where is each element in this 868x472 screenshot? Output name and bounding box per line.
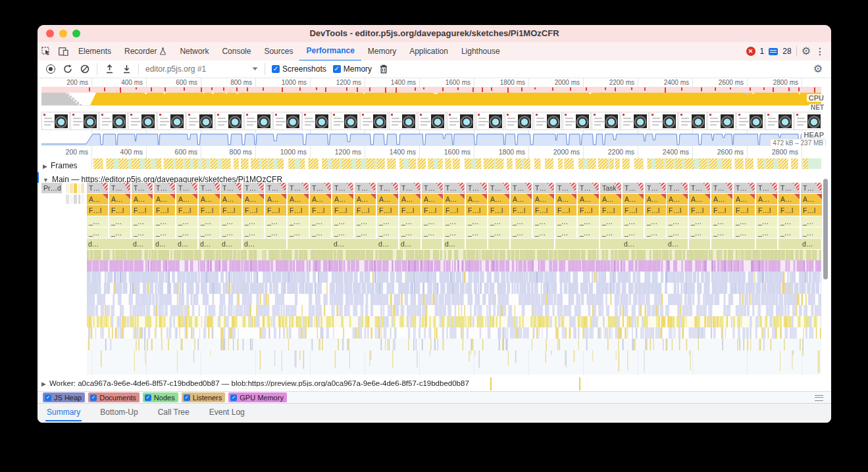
flame-event-task[interactable]: T… [488,183,509,193]
flame-event-task[interactable]: T… [689,183,710,193]
flame-event-draw[interactable]: d… [200,240,211,248]
flame-event-function-call[interactable]: F…l [243,205,264,216]
flame-event-function-call[interactable]: F…l [801,205,822,216]
flame-event-js-frame[interactable]: _… [109,227,130,238]
flame-event-task[interactable]: T… [332,183,353,193]
flame-event-draw[interactable]: d… [244,240,255,248]
flame-event-js-frame[interactable]: _… [756,216,777,227]
worker-activity-tick[interactable] [490,377,492,390]
flame-event-js-frame[interactable]: _… [154,216,175,227]
frames-track[interactable]: ▶Frames [38,158,831,170]
flame-event-task[interactable]: T… [779,183,800,193]
flame-event-js-frame[interactable]: _… [488,216,509,227]
flame-event-animation-frame[interactable]: A… [355,194,376,204]
flame-event-function-call[interactable]: F…l [265,205,286,216]
flame-event-task[interactable]: T… [132,183,153,193]
settings-gear-icon[interactable]: ⚙ [802,46,811,57]
flame-event-js-frame[interactable]: _… [578,216,599,227]
memory-checkbox[interactable]: ✓Memory [333,64,372,74]
checkbox-checked-icon[interactable]: ✓ [90,394,97,401]
flame-event-animation-frame[interactable]: A… [154,194,175,204]
flame-event-function-call[interactable]: F…l [511,205,532,216]
flame-sliver[interactable] [81,195,84,204]
flame-event-js-frame[interactable]: _… [801,227,822,238]
flame-event-draw[interactable]: d… [401,240,411,248]
flame-event-function-call[interactable]: F…l [779,205,800,216]
tab-memory[interactable]: Memory [361,43,403,60]
legend-gpu-memory[interactable]: ✓GPU Memory [228,392,287,402]
flame-event-js-frame[interactable]: _… [176,216,197,227]
legend-js-heap[interactable]: ✓JS Heap [43,392,85,402]
record-button[interactable] [45,64,56,74]
heap-overview-chart[interactable] [41,131,821,146]
flame-event-task[interactable]: T… [109,183,130,193]
flame-event-function-call[interactable]: F…l [756,205,777,216]
flame-event-js-frame[interactable]: _… [87,216,108,227]
flame-event-animation-frame[interactable]: A… [555,194,576,204]
flame-event-function-call[interactable]: F…l [533,205,554,216]
flame-event-js-frame[interactable]: _… [355,227,376,238]
flame-event-task[interactable]: T… [711,183,732,193]
flame-event-draw[interactable]: d… [334,240,344,248]
error-badge-icon[interactable]: ✕ [746,47,755,56]
flame-event-js-frame[interactable]: _… [199,227,220,238]
tab-elements[interactable]: Elements [72,43,118,60]
flame-event-animation-frame[interactable]: A… [801,194,822,204]
flame-event-draw[interactable]: d… [624,240,634,248]
flame-event-js-frame[interactable]: _… [132,227,153,238]
flame-texture-row[interactable] [87,250,821,260]
flame-event-animation-frame[interactable]: A… [756,194,777,204]
flame-event-animation-frame[interactable]: A… [444,194,465,204]
flame-event-function-call[interactable]: F…l [645,205,666,216]
flame-event-function-call[interactable]: F…l [667,205,688,216]
checkbox-checked-icon[interactable]: ✓ [145,394,151,401]
flame-event-draw[interactable]: d… [802,240,813,248]
flame-event-function-call[interactable]: F…l [734,205,755,216]
screenshot-thumbnail[interactable] [678,112,707,130]
flame-event-profiling-overhead[interactable]: Pr…d [41,183,62,193]
flame-event-js-frame[interactable]: _… [220,227,242,238]
flame-event-js-frame[interactable]: _… [533,216,554,227]
flame-event-animation-frame[interactable]: A… [109,194,130,204]
flame-event-task[interactable]: T… [220,183,242,193]
legend-listeners[interactable]: ✓Listeners [182,392,226,402]
flame-event-js-frame[interactable]: _… [623,227,644,238]
flame-event-js-frame[interactable]: _… [377,227,398,238]
flame-sliver[interactable] [66,195,69,204]
flame-event-js-frame[interactable]: _… [555,216,576,227]
flame-event-js-frame[interactable]: _… [645,227,666,238]
screenshot-thumbnail[interactable] [563,112,591,130]
flame-event-js-frame[interactable]: _… [756,227,777,238]
tab-application[interactable]: Application [403,43,455,60]
inspect-element-icon[interactable] [40,46,52,57]
flame-event-js-frame[interactable]: _… [623,216,644,227]
flame-event-draw[interactable]: d… [445,240,455,248]
flame-event-task[interactable]: T… [422,183,443,193]
frames-chart[interactable] [93,158,821,169]
flame-event-task[interactable]: T… [466,183,487,193]
vertical-scrollbar[interactable] [823,179,828,279]
flame-event-task[interactable]: T… [87,183,108,193]
screenshots-checkbox[interactable]: ✓Screenshots [272,64,326,74]
screenshot-thumbnail[interactable] [794,112,821,130]
checkbox-checked-icon[interactable]: ✓ [184,394,190,401]
issues-icon[interactable] [769,48,778,55]
flame-event-js-frame[interactable]: _… [444,227,465,238]
flame-event-draw[interactable]: d… [155,240,166,248]
flame-event-task[interactable]: T… [243,183,264,193]
flame-sliver[interactable] [70,183,72,193]
flame-event-task[interactable]: T… [645,183,666,193]
flame-texture-row[interactable] [87,271,821,283]
worker-activity-tick[interactable] [579,377,580,390]
flame-event-task[interactable]: T… [801,183,822,193]
flame-event-task[interactable]: T… [623,183,644,193]
screenshot-thumbnail[interactable] [476,112,504,130]
flame-event-animation-frame[interactable]: A… [466,194,487,204]
flame-event-task[interactable]: T… [310,183,331,193]
flame-event-function-call[interactable]: F…l [377,205,398,216]
flame-event-function-call[interactable]: F…l [711,205,732,216]
clear-recording-button[interactable] [80,64,90,74]
flame-event-js-frame[interactable]: _… [176,227,197,238]
reload-and-record-button[interactable] [63,64,73,74]
flame-event-task[interactable]: T… [355,183,376,193]
